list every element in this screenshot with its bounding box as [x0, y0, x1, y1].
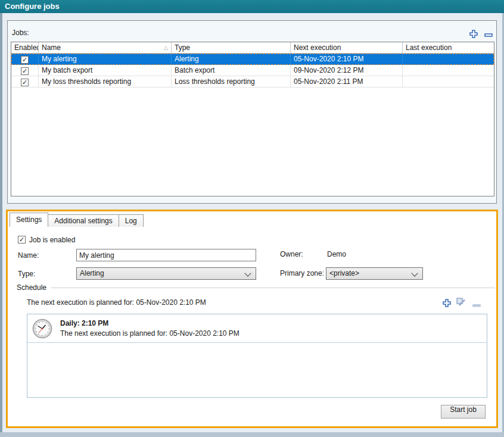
type-label: Type:: [18, 270, 35, 279]
last-execution-cell: [403, 54, 494, 65]
schedule-group-line: [51, 288, 495, 288]
start-job-button[interactable]: Start job: [441, 405, 486, 419]
clock-icon: [32, 319, 52, 339]
plus-icon: [469, 29, 478, 39]
window-title: Configure jobs: [5, 2, 60, 11]
tab-strip: Settings Additional settings Log: [10, 213, 143, 227]
settings-panel: Settings Additional settings Log ✓ Job i…: [6, 210, 498, 428]
column-header-type[interactable]: Type: [172, 42, 291, 53]
schedule-list: Daily: 2:10 PM The next execution is pla…: [27, 314, 487, 398]
minus-icon: [484, 33, 493, 38]
job-enabled-label: Job is enabled: [29, 236, 75, 245]
next-execution-cell: 05-Nov-2020 2:10 PM: [291, 54, 403, 65]
add-job-button[interactable]: [469, 29, 478, 40]
owner-label: Owner:: [280, 250, 303, 259]
name-label: Name:: [18, 251, 39, 260]
sort-ascending-icon: △: [164, 42, 168, 53]
owner-value: Demo: [327, 250, 346, 259]
schedule-group-label: Schedule: [17, 283, 46, 292]
type-cell: Batch export: [172, 65, 291, 76]
table-row[interactable]: ✓ My batch export Batch export 09-Nov-20…: [11, 65, 494, 76]
enabled-cell: ✓: [11, 54, 39, 65]
next-execution-cell: 09-Nov-2020 2:12 PM: [291, 65, 403, 76]
primary-zone-label: Primary zone:: [280, 269, 324, 278]
tab-additional-settings[interactable]: Additional settings: [48, 214, 119, 227]
tab-log[interactable]: Log: [119, 214, 144, 227]
name-input[interactable]: [76, 249, 256, 261]
schedule-list-item[interactable]: Daily: 2:10 PM The next execution is pla…: [27, 314, 487, 343]
window-frame-left: [0, 13, 2, 437]
last-execution-cell: [403, 65, 494, 76]
jobs-table-header: Enabled Name△ Type Next execution Last e…: [11, 42, 494, 54]
column-header-last-execution[interactable]: Last execution: [403, 42, 494, 53]
table-row[interactable]: ✓ My loss thresholds reporting Loss thre…: [11, 76, 494, 88]
column-header-enabled[interactable]: Enabled: [11, 42, 39, 53]
checkmark-icon: ✓: [22, 67, 27, 74]
type-select-value: Alerting: [80, 269, 104, 277]
chevron-down-icon: [411, 270, 418, 276]
remove-job-button[interactable]: [484, 32, 493, 40]
schedule-next-execution-text: The next execution is planned for: 05-No…: [27, 298, 206, 307]
type-select[interactable]: Alerting: [76, 267, 256, 280]
enabled-checkbox[interactable]: ✓: [21, 79, 29, 86]
primary-zone-select[interactable]: <private>: [326, 267, 423, 280]
enabled-checkbox[interactable]: ✓: [21, 67, 29, 75]
enabled-cell: ✓: [11, 65, 39, 76]
enabled-checkbox[interactable]: ✓: [21, 56, 29, 64]
column-header-next-execution[interactable]: Next execution: [291, 42, 403, 53]
jobs-panel: Jobs: Enabled Name△ Type Next execution …: [7, 20, 497, 204]
remove-schedule-button[interactable]: [472, 301, 481, 310]
jobs-label: Jobs:: [12, 29, 29, 37]
checkmark-icon: ✓: [22, 79, 27, 86]
edit-pencil-icon: [456, 297, 466, 308]
type-cell: Loss thresholds reporting: [172, 76, 291, 87]
schedule-item-subtitle: The next execution is planned for: 05-No…: [60, 329, 239, 338]
name-cell: My loss thresholds reporting: [39, 76, 172, 87]
window-titlebar: Configure jobs: [0, 0, 504, 13]
table-row[interactable]: ✓ My alerting Alerting 05-Nov-2020 2:10 …: [11, 54, 494, 65]
job-enabled-checkbox[interactable]: ✓: [18, 236, 26, 244]
last-execution-cell: [403, 76, 494, 87]
primary-zone-select-value: <private>: [329, 269, 359, 277]
window-frame-bottom: [0, 432, 504, 437]
name-cell: My alerting: [39, 54, 172, 65]
name-cell: My batch export: [39, 65, 172, 76]
add-schedule-button[interactable]: [442, 298, 452, 310]
minus-icon: [472, 304, 481, 308]
chevron-down-icon: [244, 270, 251, 276]
enabled-cell: ✓: [11, 76, 39, 87]
edit-schedule-button[interactable]: [456, 297, 466, 310]
type-cell: Alerting: [172, 54, 291, 65]
next-execution-cell: 05-Nov-2020 2:11 PM: [291, 76, 403, 87]
column-header-name[interactable]: Name△: [39, 42, 172, 53]
checkmark-icon: ✓: [19, 236, 24, 243]
schedule-item-title: Daily: 2:10 PM: [60, 319, 108, 327]
jobs-table: Enabled Name△ Type Next execution Last e…: [11, 42, 494, 196]
tab-settings[interactable]: Settings: [10, 213, 48, 227]
plus-icon: [442, 298, 452, 308]
checkmark-icon: ✓: [22, 56, 27, 63]
